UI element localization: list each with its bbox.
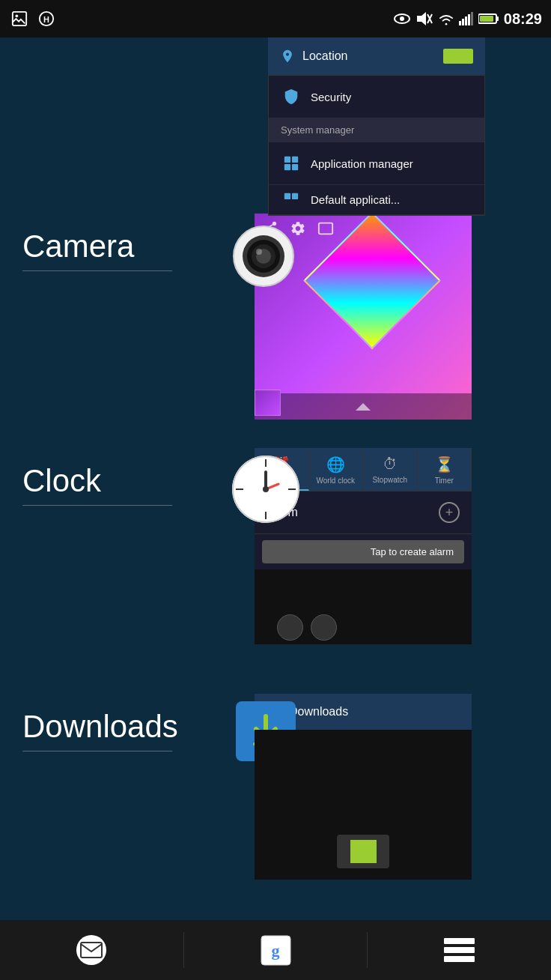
nav-google-button[interactable]: g [184, 920, 368, 980]
application-manager-label: Application manager [311, 157, 413, 170]
camera-bottom-bar [255, 393, 472, 420]
clock-icon-overlay [232, 456, 299, 526]
world-clock-label: World clock [317, 477, 356, 485]
downloads-dark-area [255, 730, 472, 880]
camera-icon-overlay [232, 225, 296, 288]
clock-tab-stopwatch[interactable]: ⏱ Stopwatch [363, 448, 418, 491]
default-apps-label: Default applicati... [311, 193, 400, 206]
svg-rect-19 [292, 164, 298, 170]
create-alarm-text: Tap to create alarm [371, 546, 454, 557]
settings-dropdown: Security System manager Application mana… [268, 75, 485, 216]
camera-label-area: Camera [0, 214, 255, 286]
timer-tab-icon: ⏳ [435, 456, 454, 474]
stopwatch-tab-icon: ⏱ [383, 456, 398, 473]
camera-section: Camera [0, 214, 551, 420]
location-icon [280, 49, 295, 64]
battery-icon [478, 13, 499, 25]
svg-rect-18 [284, 164, 290, 170]
clock-preview[interactable]: ⏰ 🌐 World clock ⏱ Stopwatch ⏳ Timer [255, 448, 472, 644]
create-alarm-tooltip: Tap to create alarm [262, 540, 464, 563]
chevron-up-icon [354, 400, 372, 414]
default-apps-icon [281, 190, 302, 211]
clock-tab-timer[interactable]: ⏳ Timer [418, 448, 472, 491]
system-manager-header: System manager [269, 118, 484, 142]
clock-dark-area [255, 569, 472, 644]
hangouts-icon: H [36, 8, 57, 29]
status-time: 08:29 [504, 10, 542, 28]
settings-application-manager-item[interactable]: Application manager [269, 142, 484, 185]
svg-rect-16 [284, 157, 290, 163]
add-alarm-button[interactable]: + [439, 502, 460, 523]
main-content: Location Security System manager [0, 37, 551, 943]
clock-app-label: Clock [22, 463, 232, 499]
status-left-icons: H [9, 8, 57, 29]
security-icon [281, 86, 302, 107]
svg-rect-44 [444, 956, 475, 962]
timer-label: Timer [435, 477, 454, 485]
recent-apps-icon [442, 937, 476, 964]
clock-bottom-icons [277, 614, 337, 641]
camera-underline [22, 270, 172, 271]
svg-rect-12 [471, 12, 473, 25]
email-icon [75, 934, 109, 967]
security-label: Security [311, 91, 351, 103]
svg-rect-20 [284, 193, 290, 199]
nav-recent-apps-button[interactable] [368, 920, 551, 980]
green-battery-indicator [443, 49, 473, 64]
downloads-section: Downloads Downloads [0, 694, 551, 880]
settings-security-item[interactable]: Security [269, 76, 484, 118]
clock-underline [22, 505, 172, 506]
downloads-label-area: Downloads [0, 694, 255, 766]
signal-icon [459, 12, 474, 25]
image-icon [9, 8, 30, 29]
system-manager-label: System manager [281, 124, 354, 136]
downloads-app-label: Downloads [22, 709, 232, 745]
svg-rect-43 [444, 947, 475, 953]
svg-rect-11 [468, 14, 470, 25]
svg-point-36 [263, 486, 269, 492]
svg-rect-15 [480, 16, 493, 22]
clock-tab-world[interactable]: 🌐 World clock [309, 448, 364, 491]
svg-rect-21 [292, 193, 298, 199]
svg-point-1 [16, 15, 19, 18]
status-bar: H [0, 0, 551, 37]
downloads-header-label: Downloads [289, 705, 348, 719]
google-icon: g [259, 934, 293, 967]
eye-icon [393, 13, 411, 25]
stopwatch-label: Stopwatch [372, 476, 407, 484]
svg-text:g: g [271, 941, 279, 960]
svg-rect-8 [459, 21, 461, 25]
camera-thumbnail [255, 390, 281, 416]
clock-circle-icon-1 [277, 614, 303, 641]
settings-default-apps-item[interactable]: Default applicati... [269, 185, 484, 215]
location-bar[interactable]: Location [268, 37, 485, 75]
downloads-underline [22, 751, 172, 751]
svg-rect-9 [462, 19, 464, 25]
clock-label-area: Clock [0, 448, 255, 521]
svg-text:H: H [43, 15, 49, 24]
battery-widget [337, 835, 389, 868]
svg-rect-28 [319, 223, 332, 235]
downloads-preview[interactable]: Downloads [255, 694, 472, 880]
svg-point-27 [256, 249, 262, 255]
nav-email-button[interactable] [0, 920, 183, 980]
application-manager-icon [281, 153, 302, 174]
svg-point-5 [400, 16, 404, 21]
bottom-navigation: g [0, 920, 551, 980]
wifi-icon [438, 12, 454, 25]
clock-circle-icon-2 [311, 614, 337, 641]
location-label: Location [302, 49, 348, 63]
world-clock-tab-icon: 🌐 [326, 456, 345, 474]
battery-fill [350, 840, 377, 864]
status-right-icons: 08:29 [393, 10, 542, 28]
svg-rect-10 [465, 16, 467, 25]
switch-camera-icon [317, 220, 334, 237]
svg-rect-17 [292, 157, 298, 163]
svg-rect-14 [496, 16, 499, 21]
clock-section: Clock [0, 448, 551, 644]
svg-rect-42 [444, 938, 475, 944]
mute-icon [415, 11, 433, 26]
camera-app-label: Camera [22, 229, 232, 264]
camera-preview[interactable] [255, 214, 472, 420]
